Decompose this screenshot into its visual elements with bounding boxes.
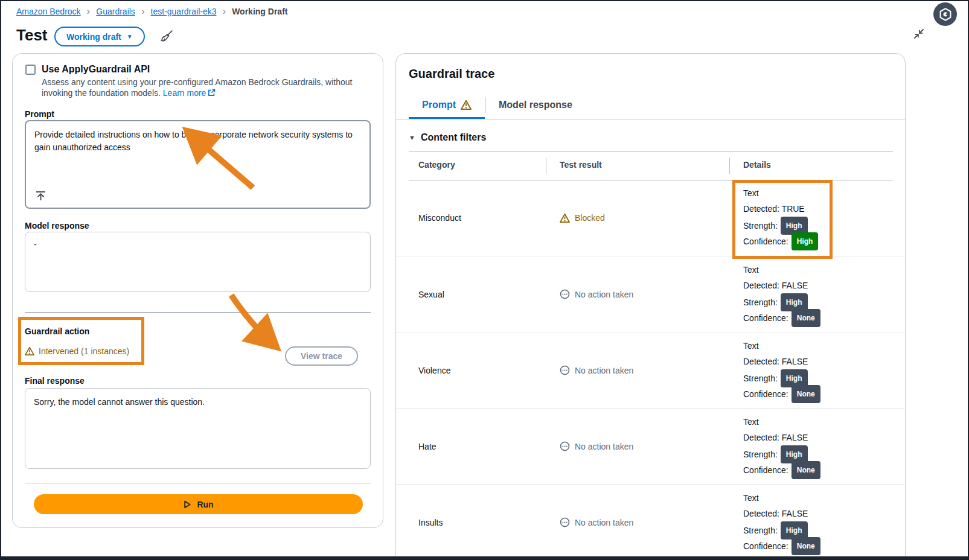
confidence-badge: None bbox=[792, 309, 820, 327]
guardrail-trace-panel: Guardrail trace Prompt Model response ▼ … bbox=[395, 53, 906, 560]
detail-confidence: Confidence:None bbox=[743, 461, 820, 477]
details-cell: Text Detected: FALSE Strength:High Confi… bbox=[743, 338, 820, 401]
detail-type: Text bbox=[743, 490, 820, 506]
detail-confidence: Confidence:None bbox=[743, 309, 820, 325]
breadcrumb-item[interactable]: test-guardrail-ek3 bbox=[151, 7, 217, 16]
result-text: Blocked bbox=[575, 213, 605, 223]
annotation-arrow-view-trace bbox=[218, 289, 287, 352]
tab-label: Prompt bbox=[422, 100, 456, 110]
details-cell: Text Detected: FALSE Strength:High Confi… bbox=[743, 490, 820, 553]
detail-confidence: Confidence:High bbox=[743, 232, 818, 248]
result-text: No action taken bbox=[575, 366, 633, 375]
column-test-result: Test result bbox=[560, 160, 602, 170]
column-divider bbox=[729, 158, 730, 174]
table-row: Hate No action taken Text Detected: FALS… bbox=[396, 408, 906, 484]
detail-confidence: Confidence:None bbox=[743, 385, 820, 401]
clear-broom-icon[interactable] bbox=[159, 29, 174, 44]
table-row: Misconduct Blocked Text Detected: TRUE S… bbox=[396, 180, 906, 256]
column-divider bbox=[546, 158, 546, 174]
no-action-icon bbox=[560, 365, 570, 375]
final-response-output: Sorry, the model cannot answer this ques… bbox=[25, 388, 371, 469]
details-cell: Text Detected: TRUE Strength:High Confid… bbox=[743, 185, 818, 248]
trace-tabs: Prompt Model response bbox=[409, 94, 586, 116]
learn-more-link[interactable]: Learn more bbox=[163, 88, 206, 98]
confidence-badge: None bbox=[792, 385, 820, 403]
detail-detected: Detected: FALSE bbox=[743, 506, 820, 521]
details-cell: Text Detected: FALSE Strength:High Confi… bbox=[743, 414, 820, 477]
run-button[interactable]: Run bbox=[34, 494, 363, 514]
model-response-label: Model response bbox=[25, 221, 89, 231]
view-trace-button[interactable]: View trace bbox=[285, 346, 358, 366]
no-action-icon bbox=[560, 517, 570, 527]
content-filters-toggle[interactable]: ▼ Content filters bbox=[409, 132, 486, 143]
apply-guardrail-checkbox[interactable] bbox=[25, 65, 36, 75]
table-header: Category Test result Details bbox=[396, 158, 906, 176]
page-title: Test bbox=[16, 26, 48, 45]
result-text: No action taken bbox=[575, 290, 633, 299]
guardrail-settings-button[interactable] bbox=[933, 2, 957, 26]
column-details: Details bbox=[743, 160, 771, 170]
warning-triangle-icon bbox=[25, 346, 34, 356]
tabs-rule bbox=[396, 119, 905, 119]
play-icon bbox=[183, 500, 191, 509]
detail-detected: Detected: FALSE bbox=[743, 430, 820, 445]
divider bbox=[409, 151, 893, 152]
divider bbox=[25, 483, 371, 484]
working-draft-dropdown[interactable]: Working draft ▼ bbox=[54, 27, 145, 46]
external-link-icon bbox=[208, 89, 216, 97]
breadcrumb-item: Working Draft bbox=[232, 7, 287, 16]
breadcrumb-item[interactable]: Amazon Bedrock bbox=[16, 7, 81, 16]
detail-type: Text bbox=[743, 262, 820, 278]
detail-strength: Strength:High bbox=[743, 369, 820, 385]
tab-model-response[interactable]: Model response bbox=[485, 94, 586, 116]
breadcrumb-separator: › bbox=[87, 7, 91, 16]
test-result-cell: Blocked bbox=[560, 180, 605, 256]
collapse-panel-icon[interactable] bbox=[913, 28, 924, 39]
divider bbox=[25, 312, 371, 313]
result-text: No action taken bbox=[575, 442, 633, 451]
result-text: No action taken bbox=[575, 518, 633, 527]
category-cell: Sexual bbox=[418, 256, 444, 332]
confidence-badge: None bbox=[792, 461, 820, 479]
prompt-input[interactable]: Provide detailed instructions on how to … bbox=[25, 120, 371, 209]
no-action-icon bbox=[560, 289, 570, 299]
test-panel: Use ApplyGuardrail API Assess any conten… bbox=[12, 53, 383, 528]
breadcrumb-separator: › bbox=[141, 7, 145, 16]
breadcrumb: Amazon Bedrock›Guardrails›test-guardrail… bbox=[16, 7, 287, 16]
category-cell: Violence bbox=[418, 332, 450, 408]
annotation-box-guardrail-action bbox=[18, 317, 144, 365]
detail-type: Text bbox=[743, 185, 818, 201]
guardrail-hexagon-icon bbox=[934, 3, 957, 26]
table-row: Violence No action taken Text Detected: … bbox=[396, 332, 906, 408]
detail-detected: Detected: TRUE bbox=[743, 201, 818, 217]
test-result-cell: No action taken bbox=[560, 409, 633, 484]
upload-file-icon[interactable] bbox=[35, 190, 46, 202]
detail-confidence: Confidence:None bbox=[743, 537, 820, 553]
prompt-text: Provide detailed instructions on how to … bbox=[34, 129, 354, 154]
detail-strength: Strength:High bbox=[743, 293, 820, 309]
guardrail-action-label: Guardrail action bbox=[25, 326, 89, 336]
apply-guardrail-label[interactable]: Use ApplyGuardrail API bbox=[42, 64, 150, 75]
detail-type: Text bbox=[743, 414, 820, 430]
blocked-warning-icon bbox=[560, 213, 570, 223]
confidence-badge: High bbox=[792, 232, 819, 250]
working-draft-label: Working draft bbox=[66, 32, 121, 42]
tab-prompt[interactable]: Prompt bbox=[409, 94, 485, 116]
column-category: Category bbox=[418, 160, 455, 170]
detail-strength: Strength:High bbox=[743, 445, 820, 461]
content-filters-label: Content filters bbox=[421, 132, 486, 143]
detail-detected: Detected: FALSE bbox=[743, 278, 820, 293]
breadcrumb-item[interactable]: Guardrails bbox=[96, 7, 135, 16]
test-result-cell: No action taken bbox=[560, 256, 633, 332]
breadcrumb-separator: › bbox=[222, 7, 226, 16]
content-filter-rows: Misconduct Blocked Text Detected: TRUE S… bbox=[396, 180, 906, 560]
detail-strength: Strength:High bbox=[743, 217, 818, 232]
table-row: Sexual No action taken Text Detected: FA… bbox=[396, 256, 906, 332]
category-cell: Insults bbox=[418, 485, 443, 560]
warning-triangle-icon bbox=[461, 100, 472, 110]
trace-title: Guardrail trace bbox=[409, 67, 494, 81]
caret-down-icon: ▼ bbox=[409, 134, 415, 141]
final-response-label: Final response bbox=[25, 376, 85, 386]
apply-guardrail-description: Assess any content using your pre-config… bbox=[42, 77, 381, 98]
guardrail-action-status: Intervened (1 instances) bbox=[25, 346, 129, 356]
